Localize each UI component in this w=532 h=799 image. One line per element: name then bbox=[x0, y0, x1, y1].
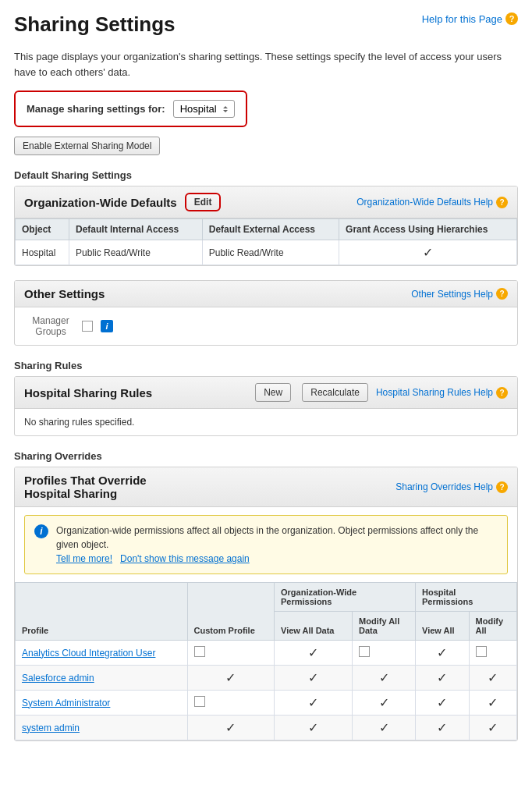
col-view-all-data: View All Data bbox=[275, 612, 353, 641]
cell-view-all-data: ✓ bbox=[275, 641, 353, 666]
org-wide-defaults-table-container: Object Default Internal Access Default E… bbox=[15, 218, 517, 265]
cell-modify-all-data: ✓ bbox=[353, 666, 416, 691]
other-settings-row: ManagerGroups i bbox=[15, 307, 517, 345]
cell-view-all-data: ✓ bbox=[275, 716, 353, 740]
sharing-overrides-help-link[interactable]: Sharing Overrides Help ? bbox=[395, 481, 508, 493]
page-title: Sharing Settings bbox=[14, 12, 176, 37]
checkmark-icon: ✓ bbox=[194, 670, 268, 685]
org-wide-help-circle-icon: ? bbox=[496, 197, 508, 208]
col-profile-header: Profile bbox=[16, 583, 188, 641]
profile-link[interactable]: Analytics Cloud Integration User bbox=[22, 648, 155, 659]
sharing-overrides-panel-header: Profiles That OverrideHospital Sharing S… bbox=[15, 467, 517, 507]
profile-link[interactable]: system admin bbox=[22, 723, 80, 733]
cell-custom-profile: ✓ bbox=[187, 716, 274, 740]
cell-profile: Salesforce admin bbox=[16, 666, 188, 691]
cell-profile: system admin bbox=[16, 716, 188, 740]
org-wide-defaults-help-text: Organization-Wide Defaults Help bbox=[356, 197, 493, 208]
recalculate-button[interactable]: Recalculate bbox=[302, 383, 368, 402]
custom-profile-checkbox[interactable] bbox=[194, 696, 205, 707]
org-wide-defaults-title: Organization-Wide Defaults Edit bbox=[24, 193, 349, 211]
manage-sharing-label: Manage sharing settings for: bbox=[27, 103, 165, 115]
checkmark-icon: ✓ bbox=[281, 720, 346, 735]
help-circle-icon: ? bbox=[505, 12, 518, 25]
help-for-page-link[interactable]: Help for this Page ? bbox=[422, 12, 518, 25]
tell-me-more-link[interactable]: Tell me more! bbox=[56, 553, 112, 564]
checkmark-icon: ✓ bbox=[359, 695, 409, 710]
col-default-external: Default External Access bbox=[202, 219, 339, 240]
sharing-rules-help-circle-icon: ? bbox=[496, 387, 508, 399]
overrides-col-group-row: Profile Custom Profile Organization-Wide… bbox=[16, 583, 517, 612]
sharing-rules-help-link[interactable]: Hospital Sharing Rules Help ? bbox=[376, 387, 508, 399]
modify-all-checkbox[interactable] bbox=[476, 646, 487, 657]
cell-view-all-data: ✓ bbox=[275, 666, 353, 691]
col-group-hospital: HospitalPermissions bbox=[416, 583, 517, 612]
checkmark-icon: ✓ bbox=[281, 695, 346, 710]
cell-external-access: Public Read/Write bbox=[202, 240, 339, 265]
cell-modify-all-data bbox=[353, 641, 416, 666]
enable-external-sharing-button[interactable]: Enable External Sharing Model bbox=[14, 137, 160, 155]
col-modify-all-data: Modify AllData bbox=[353, 612, 416, 641]
sharing-rules-title: Hospital Sharing Rules bbox=[24, 386, 247, 400]
cell-object: Hospital bbox=[16, 240, 69, 265]
checkmark-icon: ✓ bbox=[359, 670, 409, 685]
col-modify-all: ModifyAll bbox=[469, 612, 516, 641]
cell-grant-hierarchy: ✓ bbox=[339, 240, 517, 265]
manage-sharing-box: Manage sharing settings for: Hospital Ac… bbox=[14, 91, 247, 127]
info-banner-message: Organization-wide permissions affect all… bbox=[56, 525, 478, 550]
sharing-rules-help-text: Hospital Sharing Rules Help bbox=[376, 387, 493, 398]
table-row: system admin ✓ ✓ ✓ ✓ ✓ bbox=[16, 716, 517, 740]
new-sharing-rule-button[interactable]: New bbox=[255, 383, 291, 402]
other-settings-help-link[interactable]: Other Settings Help ? bbox=[411, 288, 508, 300]
checkmark-icon: ✓ bbox=[194, 720, 268, 735]
custom-profile-checkbox[interactable] bbox=[194, 646, 205, 657]
manage-sharing-select[interactable]: Hospital Account Contact Lead bbox=[173, 100, 235, 118]
dont-show-link[interactable]: Don't show this message again bbox=[120, 553, 250, 564]
other-settings-panel-header: Other Settings Other Settings Help ? bbox=[15, 281, 517, 307]
cell-modify-all: ✓ bbox=[469, 691, 516, 716]
checkmark-icon: ✓ bbox=[422, 720, 463, 735]
table-row: System Administrator ✓ ✓ ✓ ✓ bbox=[16, 691, 517, 716]
cell-modify-all-data: ✓ bbox=[353, 691, 416, 716]
col-group-org-wide: Organization-WidePermissions bbox=[275, 583, 416, 612]
info-banner-text: Organization-wide permissions affect all… bbox=[56, 524, 498, 566]
default-sharing-section-label: Default Sharing Settings bbox=[14, 169, 518, 181]
col-default-internal: Default Internal Access bbox=[69, 219, 203, 240]
cell-view-all-data: ✓ bbox=[275, 691, 353, 716]
info-banner: i Organization-wide permissions affect a… bbox=[24, 515, 508, 574]
cell-custom-profile bbox=[187, 641, 274, 666]
checkmark-icon: ✓ bbox=[359, 720, 409, 735]
cell-custom-profile: ✓ bbox=[187, 666, 274, 691]
cell-view-all: ✓ bbox=[416, 666, 470, 691]
checkmark-icon: ✓ bbox=[422, 645, 463, 660]
cell-modify-all-data: ✓ bbox=[353, 716, 416, 740]
col-grant-hierarchy: Grant Access Using Hierarchies bbox=[339, 219, 517, 240]
manager-groups-checkbox[interactable] bbox=[82, 321, 93, 332]
org-wide-defaults-help-link[interactable]: Organization-Wide Defaults Help ? bbox=[356, 197, 508, 208]
modify-all-data-checkbox[interactable] bbox=[359, 646, 370, 657]
col-custom-profile-header: Custom Profile bbox=[187, 583, 274, 641]
cell-custom-profile bbox=[187, 691, 274, 716]
overrides-table: Profile Custom Profile Organization-Wide… bbox=[15, 582, 517, 740]
table-row: Hospital Public Read/Write Public Read/W… bbox=[16, 240, 517, 265]
other-settings-panel: Other Settings Other Settings Help ? Man… bbox=[14, 280, 518, 346]
org-wide-defaults-panel: Organization-Wide Defaults Edit Organiza… bbox=[14, 186, 518, 266]
table-row: Salesforce admin ✓ ✓ ✓ ✓ ✓ bbox=[16, 666, 517, 691]
other-settings-title: Other Settings bbox=[24, 287, 403, 300]
manager-groups-info-icon[interactable]: i bbox=[101, 320, 113, 332]
edit-button[interactable]: Edit bbox=[185, 193, 222, 211]
help-for-page-label: Help for this Page bbox=[422, 13, 502, 25]
sharing-overrides-section-label: Sharing Overrides bbox=[14, 450, 518, 462]
page-header: Sharing Settings Help for this Page ? bbox=[14, 12, 518, 43]
cell-modify-all: ✓ bbox=[469, 716, 516, 740]
info-banner-icon: i bbox=[34, 524, 48, 538]
sharing-overrides-help-text: Sharing Overrides Help bbox=[395, 481, 493, 492]
checkmark-icon: ✓ bbox=[476, 695, 510, 710]
profile-link[interactable]: System Administrator bbox=[22, 698, 110, 708]
sharing-overrides-panel: Profiles That OverrideHospital Sharing S… bbox=[14, 467, 518, 741]
sharing-overrides-title: Profiles That OverrideHospital Sharing bbox=[24, 474, 388, 500]
profile-link[interactable]: Salesforce admin bbox=[22, 673, 94, 684]
overrides-table-container: Profile Custom Profile Organization-Wide… bbox=[15, 582, 517, 740]
checkmark-icon: ✓ bbox=[476, 720, 510, 735]
cell-modify-all bbox=[469, 641, 516, 666]
cell-modify-all: ✓ bbox=[469, 666, 516, 691]
